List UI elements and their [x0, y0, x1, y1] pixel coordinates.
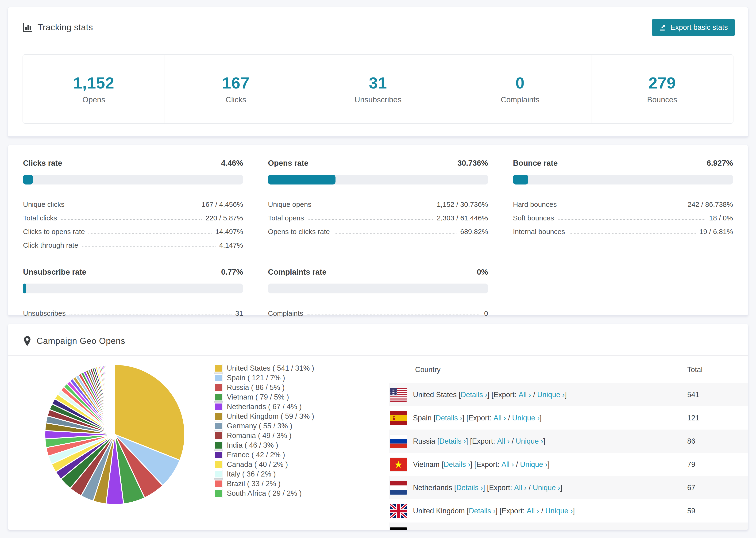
stat-label-clicks: Clicks [226, 95, 246, 104]
legend-item-united-states[interactable]: United States ( 541 / 31% ) [214, 363, 364, 373]
bracket: ] [Export: [473, 530, 505, 530]
rate-row-complaints: Complaints0 [268, 304, 488, 317]
legend-item-netherlands[interactable]: Netherlands ( 67 / 4% ) [214, 402, 364, 411]
rate-rows: Hard bounces242 / 86.738%Soft bounces18 … [513, 195, 733, 236]
country-cell: United Kingdom [Details ›] [Export: All … [389, 504, 687, 518]
details-link-es[interactable]: Details › [436, 414, 462, 422]
geo-total-ru: 86 [687, 430, 748, 453]
details-link-de[interactable]: Details › [447, 530, 474, 530]
legend-item-spain[interactable]: Spain ( 121 / 7% ) [214, 373, 364, 383]
geo-total-es: 121 [687, 406, 748, 430]
details-link-vn[interactable]: Details › [444, 460, 470, 469]
legend-label: Canada ( 40 / 2% ) [227, 460, 288, 469]
legend-item-south-africa[interactable]: South Africa ( 29 / 2% ) [214, 488, 364, 498]
rate-row-label: Opens to clicks rate [268, 228, 330, 236]
details-link-gb[interactable]: Details › [469, 507, 496, 515]
details-link-us[interactable]: Details › [460, 391, 487, 399]
rate-title: Clicks rate [23, 159, 62, 168]
geo-row-us: United States [Details ›] [Export: All ›… [389, 383, 748, 406]
bracket: [ [435, 437, 439, 446]
legend-swatch [214, 374, 223, 382]
bracket: ] [Export: [483, 484, 514, 492]
geo-card-title: Campaign Geo Opens [37, 336, 125, 346]
flag-ru [390, 435, 407, 448]
rate-head: Bounce rate6.927% [513, 159, 733, 168]
pie-slice-other[interactable] [115, 364, 115, 435]
legend-item-france[interactable]: France ( 42 / 2% ) [214, 450, 364, 459]
rates-card: Clicks rate4.46%Unique clicks167 / 4.456… [8, 145, 748, 315]
details-link-nl[interactable]: Details › [456, 484, 483, 492]
export-unique-link-ru[interactable]: Unique › [516, 437, 543, 446]
export-unique-link-us[interactable]: Unique › [537, 391, 565, 399]
legend-item-germany[interactable]: Germany ( 55 / 3% ) [214, 421, 364, 431]
legend-item-brazil[interactable]: Brazil ( 33 / 2% ) [214, 479, 364, 488]
dotted-leader [558, 219, 705, 220]
export-unique-link-gb[interactable]: Unique › [545, 507, 573, 515]
rate-progress-fill [23, 175, 33, 185]
rate-row-opens-to-clicks-rate: Opens to clicks rate689.82% [268, 222, 488, 236]
export-unique-link-de[interactable]: Unique › [523, 530, 551, 530]
details-link-ru[interactable]: Details › [439, 437, 466, 446]
rate-row-value: 19 / 6.81% [699, 228, 733, 236]
rate-row-label: Hard bounces [513, 200, 557, 208]
rate-title: Unsubscribe rate [23, 268, 86, 277]
stat-complaints: 0Complaints [449, 55, 591, 123]
country-name: Spain [413, 414, 432, 422]
export-unique-link-vn[interactable]: Unique › [520, 460, 548, 469]
geo-total-de: 55 [687, 522, 748, 530]
export-all-link-vn[interactable]: All › [502, 460, 514, 469]
rate-row-value: 14.497% [215, 228, 243, 236]
export-unique-link-es[interactable]: Unique › [512, 414, 540, 422]
legend-swatch [214, 489, 223, 498]
geo-row-es: Spain [Details ›] [Export: All › / Uniqu… [389, 406, 748, 430]
stat-bounces: 279Bounces [591, 55, 733, 123]
export-basic-stats-button[interactable]: Export basic stats [652, 19, 735, 36]
export-all-link-gb[interactable]: All › [527, 507, 539, 515]
legend-item-russia[interactable]: Russia ( 86 / 5% ) [214, 383, 364, 392]
legend-item-romania[interactable]: Romania ( 49 / 3% ) [214, 431, 364, 440]
dotted-leader [61, 219, 202, 220]
rate-row-click-through-rate: Click through rate4.147% [23, 236, 243, 249]
country-cell-td: Spain [Details ›] [Export: All › / Uniqu… [389, 406, 687, 430]
legend-item-india[interactable]: India ( 46 / 3% ) [214, 440, 364, 450]
rate-rows: Complaints0 [268, 304, 488, 317]
stat-boxes: 1,152Opens167Clicks31Unsubscribes0Compla… [23, 54, 733, 124]
flag-es [390, 411, 407, 425]
bracket: [ [452, 484, 456, 492]
bracket: ] [551, 530, 553, 530]
export-all-link-us[interactable]: All › [519, 391, 531, 399]
rate-progress-track [513, 175, 733, 185]
export-all-link-nl[interactable]: All › [514, 484, 527, 492]
legend-swatch [214, 403, 223, 411]
rate-row-value: 167 / 4.456% [202, 200, 243, 208]
dotted-leader [334, 233, 457, 234]
legend-item-canada[interactable]: Canada ( 40 / 2% ) [214, 459, 364, 469]
legend-item-italy[interactable]: Italy ( 36 / 2% ) [214, 469, 364, 479]
geo-row-gb: United Kingdom [Details ›] [Export: All … [389, 499, 748, 522]
rate-row-unique-opens: Unique opens1,152 / 30.736% [268, 195, 488, 208]
stat-label-bounces: Bounces [647, 95, 677, 104]
dotted-leader [82, 246, 215, 247]
stat-clicks: 167Clicks [165, 55, 307, 123]
slash: / [506, 414, 512, 422]
slash: / [514, 460, 520, 469]
slash: / [527, 484, 533, 492]
geo-total-nl: 67 [687, 476, 748, 499]
total-column-header: Total [687, 356, 748, 383]
country-cell: Russia [Details ›] [Export: All › / Uniq… [389, 435, 687, 448]
stat-value-unsubscribes: 31 [369, 74, 387, 92]
legend-swatch [214, 393, 223, 402]
export-all-link-de[interactable]: All › [505, 530, 517, 530]
legend-item-united-kingdom[interactable]: United Kingdom ( 59 / 3% ) [214, 411, 364, 421]
country-name: United Kingdom [413, 507, 465, 515]
rate-row-label: Complaints [268, 309, 303, 317]
export-all-link-ru[interactable]: All › [497, 437, 510, 446]
legend-item-vietnam[interactable]: Vietnam ( 79 / 5% ) [214, 392, 364, 402]
export-all-link-es[interactable]: All › [494, 414, 506, 422]
rate-row-value: 220 / 5.87% [205, 214, 243, 222]
country-column-header: Country [389, 356, 687, 383]
legend-label: India ( 46 / 3% ) [227, 441, 278, 450]
pie-legend: United States ( 541 / 31% )Spain ( 121 /… [214, 363, 364, 498]
export-unique-link-nl[interactable]: Unique › [533, 484, 560, 492]
country-cell-td: Vietnam [Details ›] [Export: All › / Uni… [389, 453, 687, 476]
